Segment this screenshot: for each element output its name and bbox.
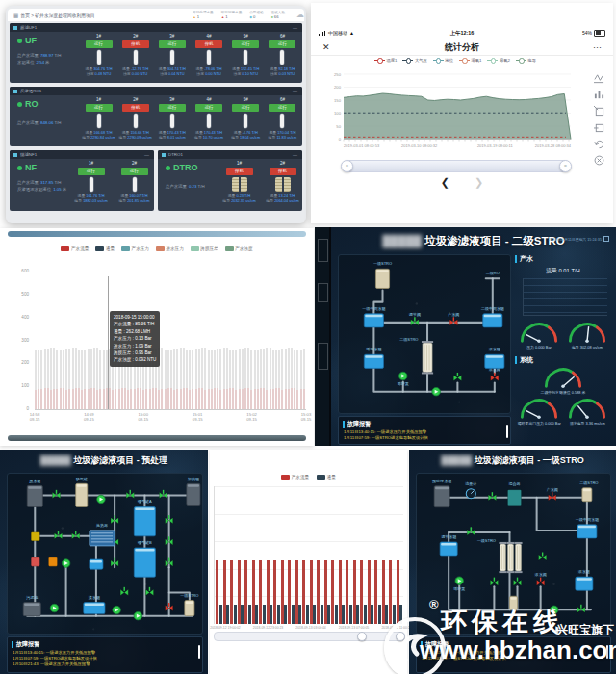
section-title: DTRO1: [168, 152, 183, 157]
x-tick: 15:0009-15: [129, 412, 158, 422]
svg-text:换热器: 换热器: [96, 523, 108, 528]
restore-icon[interactable]: [594, 136, 604, 146]
membrane-unit: 2# 停机 流量-12.76 T/H 浊度0.00 NTU: [117, 34, 153, 77]
status-dot: [17, 166, 22, 170]
gauge: 压力 0.000 Bar: [518, 320, 560, 350]
svg-text:一级STRO: 一级STRO: [180, 593, 198, 598]
panel-history-chart: 产水流量 通量 产水压力 进水压力 跨膜压差 产水浊度 600500400300…: [0, 228, 314, 446]
status-badge[interactable]: 运行: [78, 168, 105, 175]
zoom-back-icon[interactable]: [594, 119, 604, 130]
legend-item[interactable]: 电导: [516, 58, 536, 63]
process-diagram: 一级STRO一级中间水箱调节阀产水阀二级RO二级中间水箱二级STRO循环水箱循环…: [339, 255, 510, 413]
section-nf: 纳滤NF1— NF 总产水流量317.85T/H 反渗透浓水箱液位1.05米 1…: [10, 150, 154, 211]
status-badge[interactable]: 运行: [269, 104, 295, 112]
status-badge[interactable]: 运行: [232, 104, 259, 112]
adjacent-screen-sliver: [315, 227, 329, 446]
x-tick: 15:0109-15: [183, 412, 212, 422]
legend-item[interactable]: 液位: [433, 58, 453, 63]
page-title: 统计分析: [311, 41, 613, 54]
scada-title: 垃圾渗滤液项目 - 二级STRO: [424, 235, 565, 246]
svg-text:加药箱: 加药箱: [188, 477, 199, 482]
membrane-unit: 4# 运行 流量170.43 T/H 电导10.70 us/cm: [192, 97, 227, 141]
unit-list: 1# 运行 流量304.76 T/H 浊度0.48 NTU 2# 停机 流量-1…: [81, 34, 300, 77]
section-name: UF: [25, 36, 37, 45]
status-badge[interactable]: 运行: [232, 40, 259, 48]
censored-company-name: █████: [441, 455, 472, 465]
svg-text:50: 50: [336, 124, 341, 129]
gauge-dial: [518, 320, 560, 346]
scrollbar[interactable]: [606, 645, 609, 659]
collapse-button[interactable]: —: [144, 152, 149, 158]
status-badge[interactable]: 运行: [159, 104, 186, 112]
membrane-graphic: [134, 114, 138, 128]
status-badge[interactable]: 运行: [86, 104, 113, 112]
gauge-dial: [518, 396, 560, 422]
datazoom-slider[interactable]: = =: [344, 160, 569, 172]
bottom-strip[interactable]: [8, 435, 306, 441]
slider-handle-right[interactable]: =: [559, 160, 572, 172]
section-dtro: DTRO1— DTRO 总产水流量0.23T/H 1# 停机 流量0.23 T/…: [158, 150, 302, 211]
collapse-button[interactable]: —: [293, 25, 297, 31]
membrane-graphic: [170, 50, 174, 65]
alarm-box: 故障报警 1月11日13:40:15: 一级进水压力开关低压报警 1月11日07…: [338, 416, 511, 445]
alarm-title: 故障报警: [347, 420, 371, 428]
header-stat: 昨日处理水量 ▲1: [192, 11, 214, 19]
scada-title: 垃圾渗滤液项目 - 预处理: [73, 455, 167, 465]
slider-handle-left[interactable]: =: [341, 160, 353, 172]
status-badge[interactable]: 运行: [269, 40, 295, 48]
status-badge[interactable]: 运行: [121, 168, 148, 175]
censored-company-name: █████: [382, 235, 422, 246]
legend-item[interactable]: 溶氧2: [487, 58, 509, 63]
y-tick: 400: [2, 315, 29, 320]
status-badge[interactable]: 运行: [159, 40, 186, 48]
scada-title: 垃圾渗滤液项目 - 一级STRO: [475, 455, 584, 465]
alarm-box: 故障报警 1月11日13:40:15: 一级进水压力开关低压报警 1月11日07…: [7, 636, 203, 673]
process-diagram: 原水箱脱气罐加药箱曝气罐A曝气罐B换热器污泥池清水箱一级STRO: [8, 474, 202, 634]
dtro-stack-graphic: [232, 177, 247, 192]
scrollbar[interactable]: [506, 425, 509, 438]
svg-text:曝气罐B: 曝气罐B: [138, 540, 152, 545]
collapse-button[interactable]: —: [293, 152, 297, 158]
status-badge[interactable]: 运行: [195, 104, 222, 112]
section-stats: 总产水流量788.97T/H 水箱液位2.54米: [17, 52, 61, 65]
legend-item[interactable]: 溶氧1: [459, 58, 481, 63]
collapse-button[interactable]: —: [293, 89, 297, 94]
legend-item[interactable]: 温度1: [374, 58, 397, 63]
fullscreen-icon[interactable]: [603, 236, 609, 242]
section-name: RO: [25, 99, 38, 109]
alarm-list: 1月11日13:40:15: 一级进水压力开关低压报警 1月11日07:59: …: [339, 429, 510, 441]
status-badge[interactable]: 停机: [195, 40, 222, 48]
slider-handle-right[interactable]: [396, 632, 405, 641]
more-icon[interactable]: ···: [593, 42, 602, 52]
membrane-graphic: [244, 50, 247, 65]
svg-text:浓水箱: 浓水箱: [578, 569, 590, 574]
status-badge[interactable]: 停机: [226, 168, 253, 175]
alarm-line: 1月11日07:59: 一级STRO进水电导触发设计值: [344, 435, 510, 441]
section-icon: [13, 90, 17, 93]
svg-text:浓水阀: 浓水阀: [535, 572, 547, 578]
next-page-button[interactable]: ❯: [475, 176, 483, 189]
bar-chart-icon[interactable]: [594, 87, 604, 97]
status-badge[interactable]: 停机: [270, 168, 296, 175]
section-title: 超滤UF1: [20, 25, 37, 30]
y-tick: 200: [2, 360, 29, 365]
legend-item[interactable]: 大气压: [402, 58, 426, 63]
status-badge[interactable]: 停机: [122, 40, 149, 48]
svg-text:100: 100: [334, 111, 342, 116]
battery-percent: 54%: [582, 30, 592, 36]
zoom-box-icon[interactable]: [594, 103, 604, 114]
grid-icon: ▦: [13, 13, 18, 18]
status-badge[interactable]: 运行: [86, 40, 113, 48]
breadcrumb[interactable]: 首页 > 矿井水深度处理回收利用项目: [20, 13, 94, 18]
slider-handle-left[interactable]: [357, 632, 367, 641]
close-circle-icon[interactable]: [594, 152, 604, 163]
datazoom-slider[interactable]: [214, 632, 405, 641]
status-badge[interactable]: 停机: [122, 104, 149, 112]
line-chart-icon[interactable]: [594, 70, 604, 81]
prev-page-button[interactable]: ❮: [441, 176, 449, 189]
svg-text:一级STRO: 一级STRO: [373, 261, 392, 266]
section-stats: 总产水流量317.85T/H 反渗透浓水箱液位1.05米: [17, 179, 66, 193]
svg-text:调节水箱: 调节水箱: [441, 534, 456, 539]
svg-text:曝气罐A: 曝气罐A: [138, 499, 152, 504]
scrollbar[interactable]: [198, 645, 201, 659]
